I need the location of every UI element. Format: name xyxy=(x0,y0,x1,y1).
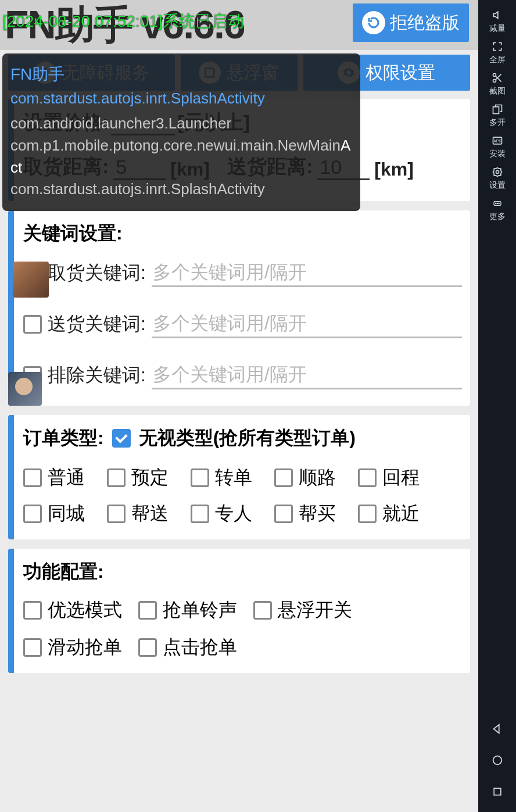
order-type-checkbox[interactable] xyxy=(274,505,293,523)
function-option: 抢单铃声 xyxy=(138,598,237,623)
nav-back-button[interactable] xyxy=(490,721,505,736)
order-type-label: 预定 xyxy=(131,465,169,491)
function-option: 滑动抢单 xyxy=(23,635,122,660)
pickup-keyword-input[interactable] xyxy=(152,259,462,287)
order-type-option: 回程 xyxy=(358,465,433,491)
sidebar-item-scissors[interactable]: 截图 xyxy=(489,68,506,99)
order-type-option: 专人 xyxy=(191,501,266,527)
svg-point-3 xyxy=(493,79,496,82)
overlay-app-name: FN助手 xyxy=(10,63,352,87)
floating-thumb-1[interactable] xyxy=(13,262,49,298)
android-nav-buttons xyxy=(478,721,516,812)
order-type-label: 同城 xyxy=(48,501,85,527)
sidebar-item-label: 多开 xyxy=(489,117,506,128)
sidebar-item-volume-down[interactable]: 减量 xyxy=(489,5,506,37)
nav-home-button[interactable] xyxy=(490,753,505,768)
sidebar-item-label: 截图 xyxy=(489,86,506,96)
order-type-checkbox[interactable] xyxy=(107,468,126,487)
exclude-keyword-row: 排除关键词: xyxy=(23,362,462,389)
order-type-label: 普通 xyxy=(48,465,85,491)
order-type-checkbox[interactable] xyxy=(274,468,293,487)
fullscreen-icon xyxy=(491,40,504,53)
reject-piracy-button[interactable]: 拒绝盗版 xyxy=(353,3,469,42)
order-type-label: 转单 xyxy=(215,465,252,491)
order-type-label: 顺路 xyxy=(299,465,336,491)
function-checkbox[interactable] xyxy=(23,638,42,657)
km-unit-2: [km] xyxy=(374,159,414,180)
function-option: 点击抢单 xyxy=(138,635,237,660)
emulator-sidebar: 减量全屏截图多开APK安装设置更多 xyxy=(478,0,516,812)
overlay-stack-1: com.android.launcher3.Launcher xyxy=(10,113,352,135)
function-label: 抢单铃声 xyxy=(163,598,237,623)
function-checkbox[interactable] xyxy=(138,601,157,620)
pickup-keyword-row: 取货关键词: xyxy=(23,259,462,287)
svg-point-8 xyxy=(496,170,499,173)
deliver-keyword-label: 送货关键词: xyxy=(48,312,146,337)
function-option: 悬浮开关 xyxy=(253,598,352,623)
order-type-label: 帮买 xyxy=(299,501,336,527)
sidebar-item-fullscreen[interactable]: 全屏 xyxy=(489,37,506,68)
sidebar-item-multi[interactable]: 多开 xyxy=(489,99,506,131)
order-type-option: 普通 xyxy=(23,465,99,491)
function-label: 悬浮开关 xyxy=(278,598,352,623)
keyword-heading: 关键词设置: xyxy=(23,221,462,246)
order-type-checkbox[interactable] xyxy=(23,468,42,487)
order-type-checkbox[interactable] xyxy=(23,505,42,523)
sidebar-item-label: 减量 xyxy=(489,23,506,34)
sidebar-item-label: 设置 xyxy=(489,180,506,191)
order-type-checkbox[interactable] xyxy=(358,505,377,523)
function-label: 滑动抢单 xyxy=(48,635,122,660)
order-type-grid: 普通预定转单顺路回程同城帮送专人帮买就近 xyxy=(23,465,462,527)
activity-overlay[interactable]: FN助手 com.stardust.autojs.inrt.SplashActi… xyxy=(2,53,360,211)
refresh-icon xyxy=(362,11,385,34)
ignore-type-checkbox[interactable] xyxy=(112,429,131,448)
floating-thumb-2[interactable] xyxy=(8,372,42,406)
sidebar-item-gear[interactable]: 设置 xyxy=(489,162,506,194)
deliver-keyword-input[interactable] xyxy=(152,310,462,338)
deliver-keyword-checkbox[interactable] xyxy=(23,315,42,334)
sidebar-item-more[interactable]: 更多 xyxy=(489,194,506,225)
order-type-card: 订单类型: 无视类型(抢所有类型订单) 普通预定转单顺路回程同城帮送专人帮买就近 xyxy=(8,415,470,539)
app-screen: FN助手 v6.6.6 拒绝盗版 [2024-08-20 07:52:01]系统… xyxy=(0,0,478,812)
apk-icon: APK xyxy=(491,134,504,147)
multi-icon xyxy=(491,103,504,116)
function-checkbox[interactable] xyxy=(23,601,42,620)
overlay-stack-3: com.stardust.autojs.inrt.SplashActivity xyxy=(10,178,352,201)
sidebar-item-label: 安装 xyxy=(489,149,506,159)
svg-point-2 xyxy=(493,73,496,76)
order-type-label: 帮送 xyxy=(131,501,169,527)
sidebar-item-label: 更多 xyxy=(489,212,506,222)
reject-piracy-label: 拒绝盗版 xyxy=(390,11,460,35)
sidebar-item-apk[interactable]: APK安装 xyxy=(489,131,506,162)
function-option: 优选模式 xyxy=(23,598,122,623)
order-type-checkbox[interactable] xyxy=(358,468,377,487)
nav-recent-button[interactable] xyxy=(490,784,505,799)
order-type-option: 转单 xyxy=(191,465,266,491)
order-type-checkbox[interactable] xyxy=(191,505,209,523)
function-config-card: 功能配置: 优选模式抢单铃声悬浮开关滑动抢单点击抢单 xyxy=(8,549,470,673)
order-type-checkbox[interactable] xyxy=(107,505,126,523)
overlay-activity-line: com.stardust.autojs.inrt.SplashActivity xyxy=(10,88,352,110)
svg-rect-4 xyxy=(493,106,499,113)
exclude-keyword-input[interactable] xyxy=(152,362,462,389)
function-label: 点击抢单 xyxy=(163,635,237,660)
function-checkbox[interactable] xyxy=(253,601,272,620)
svg-rect-14 xyxy=(494,788,501,795)
pickup-keyword-label: 取货关键词: xyxy=(48,260,146,286)
overlay-stack-2: com.p1.mobile.putong.core.newui.main.New… xyxy=(10,135,352,178)
order-type-label: 回程 xyxy=(382,465,420,491)
order-type-option: 帮买 xyxy=(274,501,350,527)
order-type-option: 就近 xyxy=(358,501,433,527)
svg-text:APK: APK xyxy=(493,139,501,143)
function-config-title: 功能配置: xyxy=(23,559,462,585)
ignore-type-label: 无视类型(抢所有类型订单) xyxy=(139,425,356,451)
exclude-keyword-label: 排除关键词: xyxy=(48,363,146,388)
order-type-checkbox[interactable] xyxy=(191,468,209,487)
svg-point-11 xyxy=(497,203,497,203)
function-checkbox[interactable] xyxy=(138,638,157,657)
keyword-card: 关键词设置: 取货关键词: 送货关键词: 排除关键词: xyxy=(8,210,470,406)
order-type-title: 订单类型: xyxy=(23,425,104,451)
order-type-label: 专人 xyxy=(215,501,252,527)
order-type-option: 预定 xyxy=(107,465,182,491)
svg-point-13 xyxy=(493,756,501,765)
